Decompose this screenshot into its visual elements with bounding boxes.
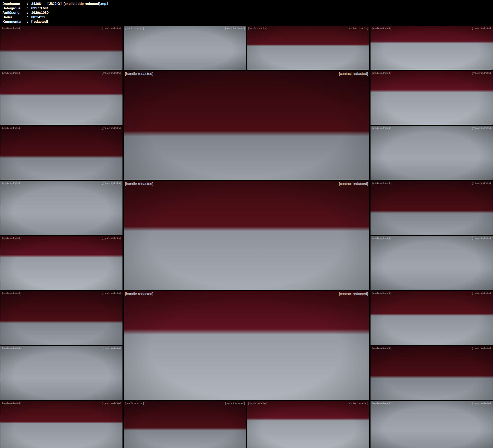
watermark: [handle redacted][contact redacted] — [125, 402, 245, 405]
watermark: [handle redacted][contact redacted] — [2, 347, 121, 350]
video-thumbnail: [handle redacted][contact redacted] — [124, 26, 246, 70]
duration-value: 00:24:21 — [31, 15, 491, 20]
meta-row-duration: Dauer : 00:24:21 — [2, 15, 491, 20]
watermark: [handle redacted][contact redacted] — [372, 402, 491, 405]
watermark: [handle redacted][contact redacted] — [372, 347, 491, 350]
file-info-header: Dateiname : 34368----【JIOJIO】[explicit t… — [0, 0, 493, 25]
watermark: [handle redacted][contact redacted] — [248, 402, 368, 405]
meta-label: Dauer — [2, 15, 27, 20]
video-thumbnail: [handle redacted][contact redacted] — [370, 71, 493, 125]
watermark: [handle redacted][contact redacted] — [2, 402, 121, 405]
watermark: [handle redacted][contact redacted] — [2, 237, 121, 240]
watermark: [handle redacted][contact redacted] — [125, 182, 368, 186]
resolution-value: 1920x1080 — [31, 11, 491, 15]
video-thumbnail: [handle redacted][contact redacted] — [0, 346, 123, 400]
watermark: [handle redacted][contact redacted] — [125, 292, 368, 296]
video-thumbnail: [handle redacted][contact redacted] — [0, 291, 123, 345]
meta-row-filename: Dateiname : 34368----【JIOJIO】[explicit t… — [2, 2, 491, 6]
thumbnail-grid: [handle redacted][contact redacted] [han… — [0, 25, 493, 448]
video-thumbnail: [handle redacted][contact redacted] — [0, 181, 123, 235]
video-thumbnail: [handle redacted][contact redacted] — [370, 26, 493, 70]
meta-label: Dateigröße — [2, 6, 27, 11]
watermark: [handle redacted][contact redacted] — [2, 72, 121, 75]
comment-value: [redacted] — [31, 20, 491, 24]
video-thumbnail: [handle redacted][contact redacted] — [370, 126, 493, 180]
video-thumbnail: [handle redacted][contact redacted] — [370, 236, 493, 290]
meta-label: Kommentar — [2, 20, 27, 24]
meta-row-resolution: Auflösung : 1920x1080 — [2, 11, 491, 15]
video-thumbnail: [handle redacted][contact redacted] — [0, 236, 123, 290]
meta-row-comment: Kommentar : [redacted] — [2, 20, 491, 24]
video-thumbnail: [handle redacted][contact redacted] — [370, 291, 493, 345]
watermark: [handle redacted][contact redacted] — [248, 27, 368, 30]
filesize-value: 831.13 MB — [31, 6, 491, 11]
video-thumbnail-large: [handle redacted][contact redacted] — [124, 71, 369, 180]
watermark: [handle redacted][contact redacted] — [125, 27, 245, 30]
meta-label: Auflösung — [2, 11, 27, 15]
video-thumbnail: [handle redacted][contact redacted] — [247, 401, 369, 448]
watermark: [handle redacted][contact redacted] — [372, 72, 491, 75]
video-thumbnail: [handle redacted][contact redacted] — [247, 26, 369, 70]
watermark: [handle redacted][contact redacted] — [2, 27, 121, 30]
video-thumbnail-large: [handle redacted][contact redacted] — [124, 181, 369, 290]
video-thumbnail: [handle redacted][contact redacted] — [0, 71, 123, 125]
watermark: [handle redacted][contact redacted] — [372, 237, 491, 240]
video-thumbnail: [handle redacted][contact redacted] — [370, 181, 493, 235]
filename-value: 34368----【JIOJIO】[explicit title redacte… — [31, 2, 491, 6]
video-thumbnail: [handle redacted][contact redacted] — [0, 26, 123, 70]
watermark: [handle redacted][contact redacted] — [2, 127, 121, 130]
watermark: [handle redacted][contact redacted] — [2, 292, 121, 295]
video-thumbnail-large: [handle redacted][contact redacted] — [124, 291, 369, 400]
watermark: [handle redacted][contact redacted] — [372, 292, 491, 295]
meta-row-filesize: Dateigröße : 831.13 MB — [2, 6, 491, 11]
video-thumbnail: [handle redacted][contact redacted] — [124, 401, 246, 448]
watermark: [handle redacted][contact redacted] — [2, 182, 121, 185]
watermark: [handle redacted][contact redacted] — [125, 72, 368, 76]
video-thumbnail: [handle redacted][contact redacted] — [370, 346, 493, 400]
video-thumbnail: [handle redacted][contact redacted] — [0, 126, 123, 180]
video-thumbnail: [handle redacted][contact redacted] — [0, 401, 123, 448]
watermark: [handle redacted][contact redacted] — [372, 27, 491, 30]
watermark: [handle redacted][contact redacted] — [372, 127, 491, 130]
video-thumbnail: [handle redacted][contact redacted] — [370, 401, 493, 448]
watermark: [handle redacted][contact redacted] — [372, 182, 491, 185]
meta-label: Dateiname — [2, 2, 27, 6]
